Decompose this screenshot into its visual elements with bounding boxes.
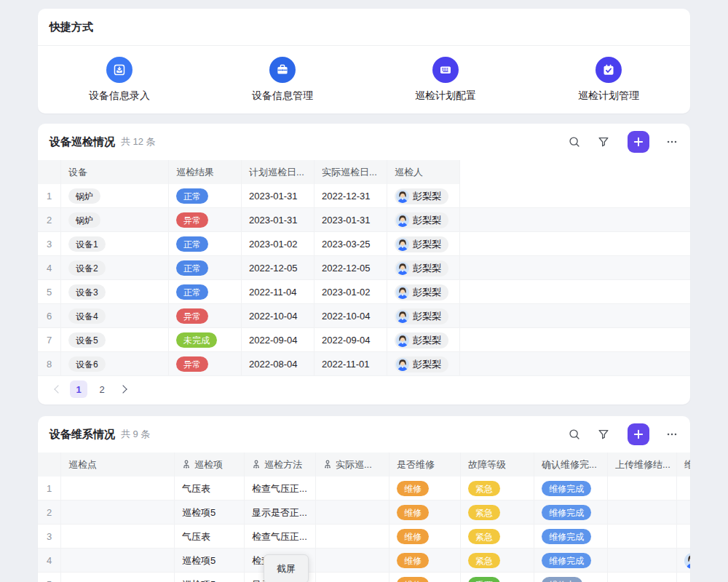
table-row[interactable]: 5设备3正常2022-11-042023-01-02彭梨梨 xyxy=(38,280,690,304)
table-row[interactable]: 6设备4异常2022-10-042022-10-04彭梨梨 xyxy=(38,304,690,328)
repair-badge: 维修 xyxy=(397,553,429,568)
column-header-label: 巡检点 xyxy=(68,458,97,471)
table-row[interactable]: 3气压表检查气压正...维修紧急维修完成 xyxy=(38,525,690,549)
search-icon[interactable] xyxy=(568,428,581,441)
filter-icon[interactable] xyxy=(597,428,610,441)
maintenance-table: 巡检点巡检项巡检方法实际巡...是否维修故障等级确认维修完...上传维修结...… xyxy=(38,453,690,582)
filler-cell xyxy=(460,256,690,280)
inspection-item-cell: 巡检项5 xyxy=(175,549,245,573)
repair-badge: 维修 xyxy=(397,577,429,582)
confirm-badge: 维修中 xyxy=(542,577,582,582)
confirm-badge: 维修完成 xyxy=(542,481,591,496)
row-index: 3 xyxy=(38,525,61,549)
row-index: 7 xyxy=(38,328,61,352)
next-page-button[interactable] xyxy=(116,382,131,396)
result-badge: 异常 xyxy=(176,212,208,228)
inspector-cell: 彭梨梨 xyxy=(387,304,460,328)
table-row[interactable]: 1锅炉正常2023-01-312022-12-31彭梨梨 xyxy=(38,184,690,208)
upload-cell xyxy=(608,477,677,501)
column-header[interactable]: 实际巡... xyxy=(316,453,389,477)
confirm-cell: 维修中 xyxy=(534,573,608,582)
table-row[interactable]: 8设备6异常2022-08-042022-11-01彭梨梨 xyxy=(38,352,690,376)
shortcut-label: 设备信息录入 xyxy=(89,89,150,103)
inspection-item-cell: 气压表 xyxy=(175,525,245,549)
column-header[interactable]: 计划巡检日... xyxy=(242,160,314,184)
device-tag: 设备3 xyxy=(68,284,106,300)
table-row[interactable]: 1气压表检查气压正...维修紧急维修完成 xyxy=(38,477,690,501)
upload-cell xyxy=(608,525,677,549)
fault-level-badge: 紧急 xyxy=(468,529,500,544)
inspection-title: 设备巡检情况 xyxy=(50,135,115,149)
inspection-item-cell: 气压表 xyxy=(175,477,245,501)
device-cell: 设备1 xyxy=(61,232,169,256)
lookup-field-icon xyxy=(252,460,261,469)
confirm-cell: 维修完成 xyxy=(534,525,608,549)
maintainer-cell xyxy=(677,549,690,573)
shortcut-plan-manage[interactable]: 巡检计划管理 xyxy=(527,57,690,103)
inspection-card-header: 设备巡检情况 共 12 条 xyxy=(38,124,690,160)
device-entry-icon xyxy=(106,57,132,83)
actual-date-cell: 2023-01-02 xyxy=(314,280,387,304)
table-row[interactable]: 2巡检项5显示是否正...维修紧急维修完成 xyxy=(38,501,690,525)
table-row[interactable]: 4设备2正常2022-12-052022-12-05彭梨梨 xyxy=(38,256,690,280)
add-record-button[interactable] xyxy=(628,423,649,445)
maintenance-card-header: 设备维系情况 共 9 条 xyxy=(38,416,690,453)
row-index: 5 xyxy=(38,573,61,582)
column-header[interactable]: 确认维修完... xyxy=(534,453,608,477)
inspection-method-cell: 检查气压正... xyxy=(245,525,316,549)
person-name: 彭梨梨 xyxy=(413,190,441,203)
prev-page-button[interactable] xyxy=(50,382,64,396)
avatar xyxy=(396,358,409,371)
result-cell: 正常 xyxy=(169,184,242,208)
shortcut-label: 巡检计划配置 xyxy=(415,89,476,103)
column-header[interactable]: 故障等级 xyxy=(461,453,534,477)
shortcut-plan-config[interactable]: 巡检计划配置 xyxy=(364,57,527,103)
column-header[interactable]: 巡检项 xyxy=(175,453,245,477)
filter-icon[interactable] xyxy=(597,135,610,148)
column-header[interactable]: 设备 xyxy=(61,160,169,184)
more-icon[interactable] xyxy=(665,135,678,148)
repair-cell: 维修 xyxy=(389,549,461,573)
page-number-2[interactable]: 2 xyxy=(93,380,111,398)
row-index: 4 xyxy=(38,549,61,573)
column-header-label: 巡检项 xyxy=(194,458,223,471)
search-icon[interactable] xyxy=(568,135,581,148)
column-header[interactable]: 是否维修 xyxy=(389,453,461,477)
column-header-filler xyxy=(460,160,690,184)
table-row[interactable]: 7设备5未完成2022-09-042022-09-04彭梨梨 xyxy=(38,328,690,352)
briefcase-icon xyxy=(269,57,296,83)
actual-cell xyxy=(316,477,389,501)
table-row[interactable]: 2锅炉异常2023-01-312023-01-31彭梨梨 xyxy=(38,208,690,232)
inspection-point-cell xyxy=(61,501,175,525)
person-name: 彭梨梨 xyxy=(413,358,441,371)
page-number-1[interactable]: 1 xyxy=(70,380,87,398)
repair-cell: 维修 xyxy=(389,477,461,501)
table-row[interactable]: 3设备1正常2023-01-022023-03-25彭梨梨 xyxy=(38,232,690,256)
table-row[interactable]: 4巡检项5检查是否泄...维修紧急维修完成 xyxy=(38,549,690,573)
maintenance-table-header: 巡检点巡检项巡检方法实际巡...是否维修故障等级确认维修完...上传维修结...… xyxy=(38,453,690,477)
column-header[interactable]: 巡检点 xyxy=(61,453,175,477)
repair-cell: 维修 xyxy=(389,525,461,549)
result-badge: 异常 xyxy=(176,356,208,372)
column-header[interactable]: 上传维修结... xyxy=(608,453,677,477)
column-header[interactable]: 维... xyxy=(677,453,690,477)
inspection-point-cell xyxy=(61,525,175,549)
shortcut-device-entry[interactable]: 设备信息录入 xyxy=(38,57,201,103)
upload-cell xyxy=(608,501,677,525)
inspection-method-cell: 检查气压正... xyxy=(245,477,316,501)
column-header[interactable]: 巡检人 xyxy=(387,160,460,184)
column-header[interactable]: 实际巡检日... xyxy=(314,160,387,184)
shortcut-device-manage[interactable]: 设备信息管理 xyxy=(201,57,364,103)
more-icon[interactable] xyxy=(665,428,678,441)
inspection-count: 共 12 条 xyxy=(121,135,156,148)
fault-level-cell: 紧急 xyxy=(461,477,534,501)
row-index: 2 xyxy=(38,208,61,232)
fault-level-cell: 紧急 xyxy=(461,525,534,549)
column-header[interactable]: 巡检方法 xyxy=(245,453,316,477)
table-row[interactable]: 5巡检项5显示是否正...维修重要维修中 xyxy=(38,573,690,582)
add-record-button[interactable] xyxy=(628,131,649,153)
column-header[interactable]: 巡检结果 xyxy=(169,160,242,184)
filler-cell xyxy=(460,328,690,352)
device-tag: 锅炉 xyxy=(68,188,100,204)
row-index: 4 xyxy=(38,256,61,280)
